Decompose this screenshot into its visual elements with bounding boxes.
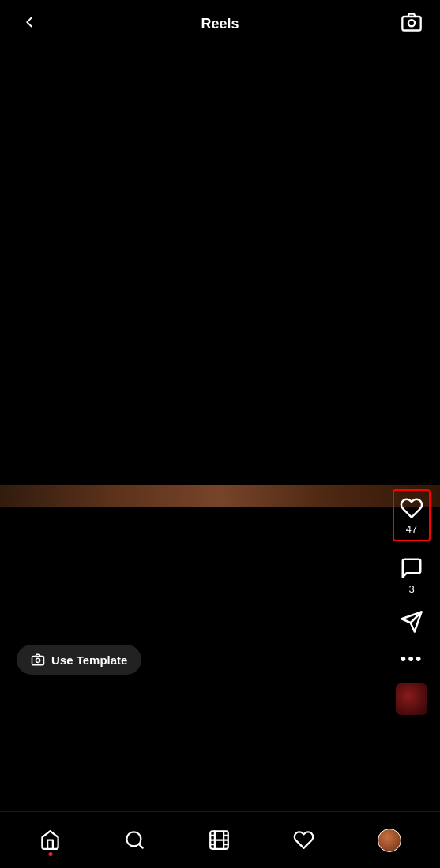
svg-point-5 <box>36 658 39 662</box>
home-icon <box>39 829 62 851</box>
camera-small-icon <box>31 653 45 667</box>
search-icon <box>124 829 146 851</box>
comment-icon <box>399 556 424 581</box>
right-actions: 47 3 ••• <box>393 489 431 715</box>
send-icon <box>399 609 424 634</box>
bottom-nav <box>0 811 440 868</box>
nav-search[interactable] <box>113 823 157 858</box>
use-template-button[interactable]: Use Template <box>17 645 141 675</box>
svg-line-7 <box>139 844 143 848</box>
audio-thumb-image <box>396 683 427 715</box>
camera-button[interactable] <box>397 8 426 39</box>
nav-activity[interactable] <box>282 823 326 858</box>
page-title: Reels <box>201 16 239 32</box>
home-dot <box>48 852 52 856</box>
video-thumbnail <box>0 485 440 507</box>
back-button[interactable] <box>14 7 44 41</box>
use-template-label: Use Template <box>51 653 127 667</box>
more-button[interactable]: ••• <box>400 649 423 669</box>
nav-home[interactable] <box>28 823 73 858</box>
like-count: 47 <box>406 523 417 535</box>
more-icon: ••• <box>400 649 423 669</box>
video-area <box>0 0 440 821</box>
nav-profile[interactable] <box>367 822 412 859</box>
comment-button[interactable]: 3 <box>399 556 424 595</box>
svg-point-1 <box>408 20 415 26</box>
comment-count: 3 <box>408 583 414 595</box>
header: Reels <box>0 0 440 47</box>
like-button[interactable]: 47 <box>393 489 431 541</box>
heart-icon <box>399 496 424 521</box>
nav-reels[interactable] <box>197 823 242 858</box>
share-button[interactable] <box>399 609 424 634</box>
audio-thumbnail[interactable] <box>396 683 427 715</box>
activity-heart-icon <box>293 829 315 851</box>
svg-rect-4 <box>32 657 44 665</box>
svg-rect-0 <box>402 17 420 31</box>
profile-avatar <box>378 829 401 852</box>
reels-icon <box>209 829 231 851</box>
